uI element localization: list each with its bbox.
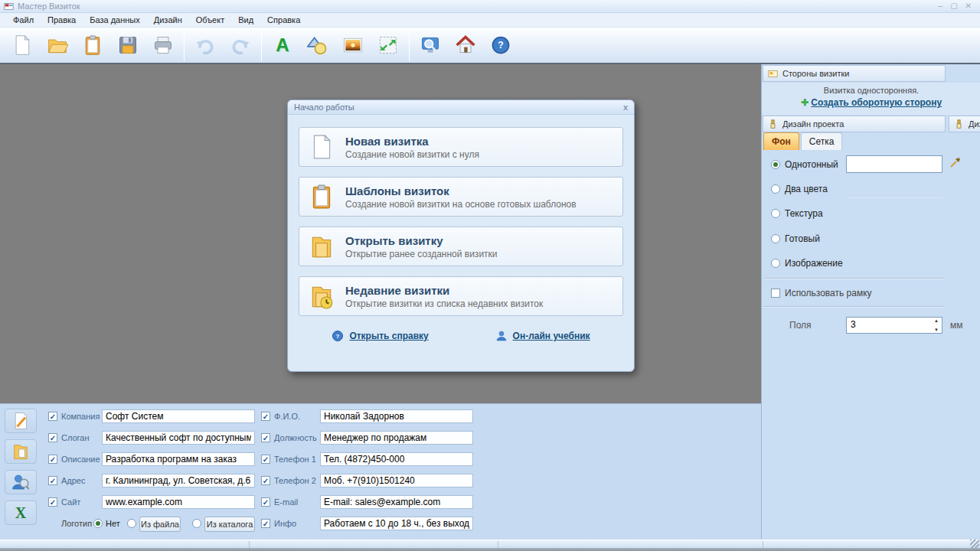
paint-icon xyxy=(954,119,964,129)
eyedropper-icon[interactable] xyxy=(949,157,961,169)
option-subtitle: Создание новой визитки с нуля xyxy=(345,149,479,160)
texture-option[interactable]: Текстура xyxy=(771,208,823,219)
open-help-label[interactable]: Открыть справку xyxy=(349,331,428,341)
recent-cards-option[interactable]: Недавние визитки Открытие визитки из спи… xyxy=(299,276,623,316)
app-icon xyxy=(4,2,14,11)
position-row: ✓ Должность xyxy=(0,431,536,445)
svg-text:?: ? xyxy=(336,333,340,340)
start-dialog-titlebar[interactable]: Начало работы x xyxy=(288,100,634,115)
phone1-checkbox[interactable]: ✓ xyxy=(261,455,270,464)
info-input[interactable] xyxy=(320,517,473,530)
blank-card-icon xyxy=(309,134,335,160)
new-button[interactable] xyxy=(5,30,40,60)
maximize-icon[interactable]: ▢ xyxy=(950,1,957,11)
menu-edit[interactable]: Правка xyxy=(41,14,83,26)
statusbar-separator xyxy=(249,541,250,548)
background-button[interactable] xyxy=(371,30,406,60)
redo-button[interactable] xyxy=(223,30,258,60)
card-sides-body: Визитка односторонняя. ✚ Создать оборотн… xyxy=(762,83,980,115)
card-sides-header[interactable]: Стороны визитки xyxy=(763,65,946,82)
background-icon xyxy=(377,34,399,56)
menu-bar: Файл Правка База данных Дизайн Объект Ви… xyxy=(0,13,980,28)
new-card-option[interactable]: Новая визитка Создание новой визитки с н… xyxy=(299,127,623,167)
radio-icon[interactable] xyxy=(771,184,780,194)
open-button[interactable] xyxy=(40,30,75,60)
solid-color-option[interactable]: Однотонный xyxy=(771,159,838,170)
tab-background[interactable]: Фон xyxy=(763,132,799,150)
project-design-header[interactable]: Дизайн проекта xyxy=(763,116,946,132)
menu-database[interactable]: База данных xyxy=(83,14,147,26)
position-checkbox[interactable]: ✓ xyxy=(261,433,270,442)
color-swatch[interactable] xyxy=(846,155,942,173)
radio-icon[interactable] xyxy=(771,209,780,218)
email-input[interactable] xyxy=(320,495,473,509)
add-image-button[interactable] xyxy=(335,30,371,60)
minimize-icon[interactable]: – xyxy=(939,1,943,11)
divider xyxy=(764,278,945,279)
two-colors-label: Два цвета xyxy=(785,184,828,194)
preset-option[interactable]: Готовый xyxy=(771,233,820,244)
dialog-close-icon[interactable]: x xyxy=(623,103,628,112)
paint-icon xyxy=(768,119,778,129)
save-button[interactable] xyxy=(110,30,145,60)
spin-up-icon[interactable]: ▲ xyxy=(934,318,939,323)
online-tutorial-label[interactable]: Он-лайн учебник xyxy=(513,331,590,341)
help-icon: ? xyxy=(490,34,511,56)
menu-help[interactable]: Справка xyxy=(260,14,307,26)
menu-file[interactable]: Файл xyxy=(6,14,41,26)
menu-view[interactable]: Вид xyxy=(231,14,260,26)
card-icon xyxy=(768,69,778,79)
margins-input[interactable]: 3 xyxy=(846,317,942,334)
name-checkbox[interactable]: ✓ xyxy=(261,412,270,421)
clipped-design-header[interactable]: Диза xyxy=(949,116,980,132)
status-bar xyxy=(0,540,980,548)
name-row: ✓ Ф.И.О. xyxy=(0,409,536,423)
undo-button[interactable] xyxy=(188,30,223,60)
tab-grid[interactable]: Сетка xyxy=(801,132,843,150)
preview-icon xyxy=(420,34,441,56)
checkbox-icon[interactable] xyxy=(771,289,780,298)
email-label: E-mail xyxy=(274,497,298,507)
position-input[interactable] xyxy=(320,431,473,445)
open-help-link[interactable]: ? Открыть справку xyxy=(332,330,428,342)
templates-button[interactable] xyxy=(75,30,110,60)
preview-button[interactable] xyxy=(413,30,448,60)
home-button[interactable] xyxy=(448,30,483,60)
undo-icon xyxy=(194,34,216,56)
radio-icon[interactable] xyxy=(771,234,780,243)
add-text-button[interactable]: A xyxy=(265,30,300,60)
radio-icon[interactable] xyxy=(771,160,780,169)
phone1-input[interactable] xyxy=(320,452,473,466)
start-dialog-title: Начало работы xyxy=(294,103,354,112)
email-checkbox[interactable]: ✓ xyxy=(261,497,270,507)
phone2-input[interactable] xyxy=(320,474,473,487)
clipped-design-title: Диза xyxy=(969,119,980,129)
info-checkbox[interactable]: ✓ xyxy=(261,519,270,528)
card-sides-title: Стороны визитки xyxy=(782,69,849,78)
save-icon xyxy=(117,34,139,56)
close-icon[interactable]: ✕ xyxy=(965,1,972,11)
create-back-side-link[interactable]: Создать оборотную сторону xyxy=(811,97,942,108)
name-input[interactable] xyxy=(320,409,473,423)
online-tutorial-link[interactable]: Он-лайн учебник xyxy=(495,330,590,342)
option-title: Открыть визитку xyxy=(345,234,498,247)
margins-stepper[interactable]: ▲ ▼ xyxy=(932,318,941,332)
second-swatch-placeholder xyxy=(846,197,942,198)
menu-object[interactable]: Объект xyxy=(189,14,231,26)
print-button[interactable] xyxy=(145,30,181,60)
image-option[interactable]: Изображение xyxy=(771,258,843,269)
phone2-checkbox[interactable]: ✓ xyxy=(261,476,270,485)
add-shape-button[interactable] xyxy=(300,30,335,60)
plus-icon: ✚ xyxy=(801,97,808,108)
two-colors-option[interactable]: Два цвета xyxy=(771,184,828,194)
templates-option[interactable]: Шаблоны визиток Создание новой визитки н… xyxy=(299,177,623,217)
spin-down-icon[interactable]: ▼ xyxy=(934,328,939,332)
bottom-edge xyxy=(0,548,980,551)
use-frame-option[interactable]: Использовать рамку xyxy=(771,288,872,298)
open-card-option[interactable]: Открыть визитку Открытие ранее созданной… xyxy=(299,227,623,266)
radio-icon[interactable] xyxy=(771,259,780,268)
statusbar-separator xyxy=(498,541,498,548)
menu-design[interactable]: Дизайн xyxy=(147,14,189,26)
help-button[interactable]: ? xyxy=(483,30,518,60)
margins-unit: мм xyxy=(950,320,963,331)
